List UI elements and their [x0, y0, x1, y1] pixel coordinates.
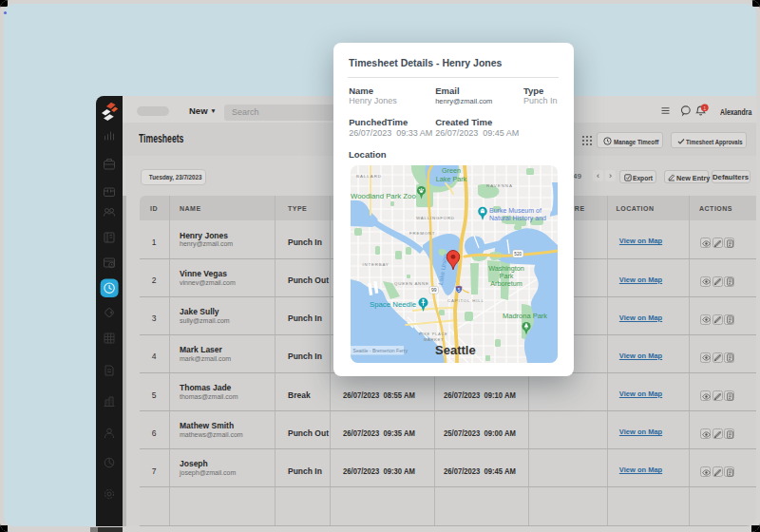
svg-text:WALLINGFORD: WALLINGFORD [416, 216, 455, 220]
svg-text:99: 99 [430, 287, 436, 293]
svg-text:RAVENNA: RAVENNA [486, 183, 513, 188]
svg-text:Arboretum: Arboretum [490, 279, 522, 288]
svg-text:BALLARD: BALLARD [356, 173, 382, 178]
svg-text:Natural History and: Natural History and [489, 214, 546, 221]
svg-text:PIKE PLACE: PIKE PLACE [419, 332, 447, 336]
svg-text:Burke Museum of: Burke Museum of [489, 206, 542, 213]
svg-text:INTERBAY: INTERBAY [362, 261, 389, 266]
svg-text:MARKET: MARKET [424, 336, 444, 341]
svg-text:Seattle - Bremerton Ferry: Seattle - Bremerton Ferry [352, 348, 408, 353]
svg-text:Madrona Park: Madrona Park [503, 312, 547, 320]
svg-text:520: 520 [514, 252, 522, 256]
svg-text:Woodland Park Zoo: Woodland Park Zoo [351, 191, 416, 200]
svg-text:FREMONT: FREMONT [409, 230, 435, 235]
svg-text:Lake Park: Lake Park [435, 174, 466, 182]
svg-text:Space Needle: Space Needle [370, 300, 416, 309]
svg-text:1: 1 [703, 105, 706, 111]
svg-text:Seattle: Seattle [435, 342, 476, 356]
svg-text:QUEEN ANNE: QUEEN ANNE [394, 281, 429, 286]
svg-text:CAPITOL HILL: CAPITOL HILL [447, 297, 484, 302]
